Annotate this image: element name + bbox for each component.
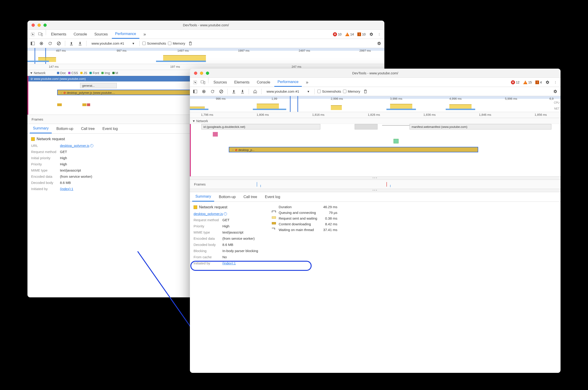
download-icon[interactable] <box>77 41 84 46</box>
issues-badge[interactable]: !10 <box>357 30 366 39</box>
inspect-icon[interactable] <box>192 78 198 87</box>
network-row-selected[interactable]: → ⊘desktop_p... <box>229 147 478 152</box>
tabs-overflow-icon[interactable]: » <box>303 78 312 87</box>
queuing-mark-icon <box>272 211 276 212</box>
tab-sources[interactable]: Sources <box>210 78 230 87</box>
clear-icon[interactable] <box>55 41 62 46</box>
zoom-icon[interactable] <box>44 24 47 27</box>
gear-icon[interactable] <box>376 41 383 46</box>
reload-icon[interactable] <box>209 90 216 94</box>
js-swatch-icon <box>31 137 35 141</box>
tabs-overflow-icon[interactable]: » <box>140 30 149 39</box>
trash-icon[interactable] <box>187 41 194 46</box>
initiated-by-link[interactable]: (index):1 <box>60 187 73 191</box>
kebab-icon[interactable]: ⋮ <box>552 78 559 87</box>
frames-label: Frames <box>194 182 206 186</box>
link-icon <box>90 144 93 147</box>
network-lane-header[interactable]: ▼ Network <box>190 118 561 124</box>
svg-point-6 <box>41 43 42 44</box>
device-icon[interactable] <box>199 78 206 87</box>
subtab-bottomup[interactable]: Bottom-up <box>215 192 239 201</box>
tab-performance[interactable]: Performance <box>112 30 139 39</box>
decoded-body-value: 8.6 MB <box>222 243 258 246</box>
legend-js: JS <box>80 71 87 75</box>
tab-console[interactable]: Console <box>70 30 90 39</box>
recording-select[interactable]: www.youtube.com #1▾ <box>89 40 137 47</box>
close-icon[interactable] <box>194 72 197 75</box>
memory-checkbox[interactable]: Memory <box>168 41 185 45</box>
gear-icon[interactable] <box>544 78 551 87</box>
url-link[interactable]: desktop_polymer.js <box>60 144 93 147</box>
download-icon[interactable] <box>239 90 246 94</box>
time-ruler[interactable]: 1,796 ms 1,806 ms 1,816 ms 1,826 ms 1,83… <box>190 112 561 118</box>
request-method-label: Request method <box>194 218 219 222</box>
record-icon[interactable] <box>200 90 207 93</box>
recording-select[interactable]: www.youtube.com #1▾ <box>264 88 312 95</box>
kebab-icon[interactable]: ⋮ <box>376 30 383 39</box>
memory-checkbox[interactable]: Memory <box>343 90 360 93</box>
toggle-sidebar-icon[interactable] <box>192 90 198 93</box>
collapse-handle[interactable]: ••• <box>190 189 561 192</box>
network-row[interactable]: ⊘ www.youtube.com/ (www.youtube.com) <box>28 76 196 81</box>
collapse-handle[interactable]: ••• <box>190 177 561 180</box>
overview-timeline[interactable]: 497 ms 997 ms 1497 ms 1997 ms 2497 ms 29… <box>27 48 384 64</box>
overview-timeline[interactable]: 996 ms 1,99 2,996 ms 3,996 ms 4,996 ms 5… <box>190 96 561 112</box>
upload-icon[interactable] <box>230 90 237 94</box>
chevron-down-icon: ▾ <box>126 41 134 46</box>
network-row-selected[interactable]: → ⊘desktop_polymer.js (www.youtube.... <box>57 90 199 95</box>
toggle-sidebar-icon[interactable] <box>29 42 36 45</box>
url-link[interactable]: desktop_polymer.js <box>194 212 227 216</box>
duration-label: Duration <box>279 205 317 209</box>
encoded-data-label: Encoded data <box>31 175 56 178</box>
subtab-calltree[interactable]: Call tree <box>240 192 260 201</box>
subtab-summary[interactable]: Summary <box>192 192 214 201</box>
minimize-icon[interactable] <box>200 72 203 75</box>
frames-track[interactable]: Frames <box>190 180 561 189</box>
network-row[interactable]: id (googleads.g.doubleclick.net) <box>201 124 320 130</box>
tab-elements[interactable]: Elements <box>48 30 70 39</box>
gear-icon[interactable] <box>552 90 559 94</box>
network-row[interactable]: manifest.webmanifest (www.youtube.com) <box>410 124 551 130</box>
minimize-icon[interactable] <box>38 24 41 27</box>
trash-icon[interactable] <box>362 90 369 94</box>
network-row[interactable]: generat... <box>80 83 117 88</box>
warnings-badge[interactable]: 15 <box>523 78 532 87</box>
tab-sources[interactable]: Sources <box>91 30 111 39</box>
device-icon[interactable] <box>37 30 44 39</box>
overview-cpu-label: CPU <box>554 101 560 104</box>
subtab-calltree[interactable]: Call tree <box>78 124 98 133</box>
initial-priority-value: High <box>60 156 93 160</box>
network-row[interactable] <box>355 124 378 130</box>
screenshots-checkbox[interactable]: Screenshots <box>142 41 166 45</box>
upload-icon[interactable] <box>68 41 75 46</box>
overview-tick: 2997 ms <box>359 49 371 52</box>
issues-badge[interactable]: !4 <box>535 78 542 87</box>
home-icon[interactable] <box>252 90 258 94</box>
subtab-bottomup[interactable]: Bottom-up <box>53 124 76 133</box>
svg-point-17 <box>203 91 204 92</box>
zoom-icon[interactable] <box>206 72 209 75</box>
record-icon[interactable] <box>38 42 45 45</box>
inspect-icon[interactable] <box>29 30 36 39</box>
from-cache-value: No <box>222 255 258 259</box>
clear-icon[interactable] <box>218 90 225 94</box>
reload-icon[interactable] <box>47 41 53 46</box>
subtab-eventlog[interactable]: Event log <box>99 124 121 133</box>
errors-badge[interactable]: ✕12 <box>511 78 520 87</box>
gear-icon[interactable] <box>368 30 375 39</box>
initiated-by-label: Initiated by <box>31 187 56 191</box>
errors-badge[interactable]: ✕10 <box>333 30 342 39</box>
tab-elements[interactable]: Elements <box>231 78 253 87</box>
warnings-badge[interactable]: 14 <box>345 30 354 39</box>
request-method-value: GET <box>60 150 93 154</box>
screenshots-checkbox[interactable]: Screenshots <box>317 90 341 93</box>
tab-performance[interactable]: Performance <box>274 78 302 87</box>
window-title: DevTools - www.youtube.com/ <box>190 71 561 75</box>
close-icon[interactable] <box>32 24 35 27</box>
ruler-tick: 1,856 ms <box>535 113 547 116</box>
tab-console[interactable]: Console <box>253 78 273 87</box>
svg-line-8 <box>58 42 60 45</box>
subtab-summary[interactable]: Summary <box>30 124 52 133</box>
details-heading: Network request <box>31 137 93 141</box>
subtab-eventlog[interactable]: Event log <box>262 192 284 201</box>
